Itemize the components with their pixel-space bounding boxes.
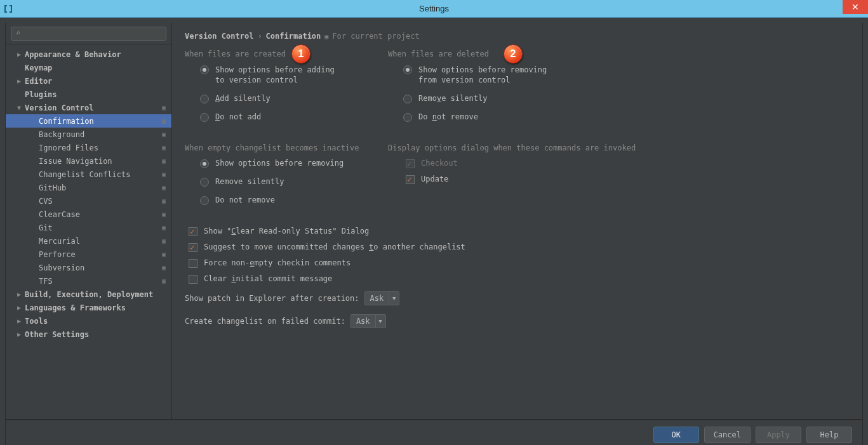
sidebar-item[interactable]: Perforce▣	[6, 248, 171, 261]
sidebar-item[interactable]: ▶Build, Execution, Deployment	[6, 288, 171, 301]
sidebar-item[interactable]: Mercurial▣	[6, 234, 171, 248]
radio-empty-do-not-remove[interactable]: Do not remove	[200, 196, 363, 205]
sidebar-item-label: Version Control	[25, 103, 93, 112]
radio-add-silently[interactable]: Add silently	[200, 94, 363, 103]
sidebar-item[interactable]: ▶Appearance & Behavior	[6, 48, 171, 61]
sidebar-item-label: Ignored Files	[39, 143, 98, 152]
sidebar-item-label: Git	[39, 223, 53, 232]
chevron-down-icon: ▼	[375, 315, 385, 328]
window-close-button[interactable]: ✕	[843, 0, 868, 14]
chevron-right-icon: ▶	[17, 304, 25, 311]
sidebar-item[interactable]: ▶Languages & Frameworks	[6, 301, 171, 314]
help-button[interactable]: Help	[806, 427, 852, 443]
sidebar-item[interactable]: Git▣	[6, 221, 171, 234]
project-scope-icon: ▣	[160, 237, 168, 245]
sidebar-item-label: Perforce	[39, 250, 76, 259]
sidebar-item[interactable]: ▶Other Settings	[6, 328, 171, 341]
sidebar-item-label: GitHub	[39, 183, 66, 192]
radio-icon	[200, 65, 209, 74]
sidebar-item[interactable]: Plugins	[6, 88, 171, 101]
sidebar-item[interactable]: Confirmation▣	[6, 114, 171, 128]
project-scope-icon: ▣	[160, 277, 168, 285]
radio-icon	[200, 178, 209, 187]
radio-empty-remove-silently[interactable]: Remove silently	[200, 177, 363, 187]
project-scope-icon: ▣	[160, 171, 168, 178]
section-display-options-invoke: Display options dialog when these comman…	[388, 143, 636, 214]
radio-empty-show-options[interactable]: Show options before removing	[200, 159, 363, 168]
window-title: Settings	[0, 4, 868, 13]
project-scope-icon: ▣	[160, 131, 168, 138]
radio-icon	[200, 159, 209, 168]
sidebar-item[interactable]: Changelist Conflicts▣	[6, 168, 171, 181]
ok-button[interactable]: OK	[653, 427, 699, 443]
radio-do-not-remove[interactable]: Do not remove	[403, 112, 566, 122]
checkbox-icon	[189, 259, 197, 268]
project-scope-icon: ▣	[160, 184, 168, 192]
project-scope-icon: ▣	[160, 197, 168, 205]
patch-explorer-label: Show patch in Explorer after creation:	[185, 294, 359, 303]
project-scope-icon: ▣	[160, 144, 168, 152]
sidebar-item[interactable]: Background▣	[6, 128, 171, 141]
radio-do-not-add[interactable]: Do not add	[200, 112, 363, 122]
sidebar-item[interactable]: Issue Navigation▣	[6, 154, 171, 168]
search-input[interactable]	[11, 27, 166, 41]
check-update[interactable]: Update	[406, 175, 636, 184]
check-clear-initial-commit-msg[interactable]: Clear initial commit message	[189, 274, 850, 284]
cancel-button[interactable]: Cancel	[704, 427, 751, 443]
titlebar: Settings ✕	[0, 0, 868, 18]
check-suggest-move-changes[interactable]: Suggest to move uncommitted changes to a…	[189, 242, 850, 252]
checkbox-icon	[189, 275, 197, 284]
sidebar-item[interactable]: CVS▣	[6, 194, 171, 208]
radio-show-options-add[interactable]: Show options before adding to version co…	[200, 65, 363, 85]
sidebar-item-label: ClearCase	[39, 210, 80, 219]
sidebar-item-label: Issue Navigation	[39, 157, 112, 166]
settings-tree: ▶Appearance & BehaviorKeymap▶EditorPlugi…	[6, 45, 171, 419]
sidebar-item-label: TFS	[39, 277, 53, 286]
sidebar-item-label: Languages & Frameworks	[25, 303, 126, 312]
callout-badge-1: 1	[291, 44, 310, 63]
breadcrumb-scope: For current project	[332, 32, 419, 41]
sidebar-item[interactable]: Keymap	[6, 61, 171, 74]
failed-commit-select[interactable]: Ask ▼	[351, 314, 386, 328]
radio-icon	[403, 95, 412, 103]
sidebar-item[interactable]: Subversion▣	[6, 261, 171, 274]
sidebar-item[interactable]: ▶Editor	[6, 74, 171, 88]
checkbox-icon	[406, 175, 415, 184]
section-files-deleted: When files are deleted Show options befo…	[388, 50, 566, 131]
sidebar-item[interactable]: GitHub▣	[6, 181, 171, 194]
sidebar-item[interactable]: ClearCase▣	[6, 208, 171, 221]
project-scope-icon: ▣	[160, 224, 168, 232]
sidebar-item[interactable]: TFS▣	[6, 274, 171, 288]
radio-icon	[200, 95, 209, 103]
project-scope-icon: ▣	[160, 264, 168, 272]
patch-explorer-select[interactable]: Ask ▼	[364, 291, 400, 305]
sidebar-item-label: Other Settings	[25, 330, 89, 339]
chevron-right-icon: ▶	[17, 51, 25, 58]
section-title: When files are deleted	[388, 50, 566, 58]
sidebar-item-label: Mercurial	[39, 237, 80, 246]
check-force-nonempty-comments[interactable]: Force non-empty checkin comments	[189, 258, 850, 268]
checkbox-icon	[406, 159, 415, 168]
failed-commit-label: Create changelist on failed commit:	[185, 317, 345, 326]
radio-icon	[403, 113, 412, 122]
section-empty-changelist: When empty changelist becomes inactive S…	[185, 143, 363, 214]
apply-button[interactable]: Apply	[756, 427, 801, 443]
check-clear-readonly-dialog[interactable]: Show "Clear Read-only Status" Dialog	[189, 227, 850, 236]
sidebar-item[interactable]: Ignored Files▣	[6, 141, 171, 154]
chevron-down-icon: ▼	[389, 292, 399, 305]
breadcrumb-root: Version Control	[185, 32, 253, 41]
radio-remove-silently[interactable]: Remove silently	[403, 94, 566, 103]
project-scope-icon: ▣	[160, 211, 168, 218]
chevron-right-icon: ▶	[17, 317, 25, 324]
radio-show-options-remove[interactable]: Show options before removing from versio…	[403, 65, 566, 85]
section-title: When files are created	[185, 50, 363, 58]
sidebar-item-label: Tools	[25, 317, 48, 326]
sidebar-item[interactable]: ▼Version Control▣	[6, 101, 171, 114]
sidebar-item-label: Appearance & Behavior	[25, 50, 121, 59]
project-scope-icon: ▣	[324, 33, 328, 40]
project-scope-icon: ▣	[160, 251, 168, 258]
check-checkout[interactable]: Checkout	[406, 159, 636, 168]
sidebar-item[interactable]: ▶Tools	[6, 314, 171, 328]
close-icon: ✕	[851, 2, 859, 12]
sidebar-item-label: Build, Execution, Deployment	[25, 290, 153, 299]
